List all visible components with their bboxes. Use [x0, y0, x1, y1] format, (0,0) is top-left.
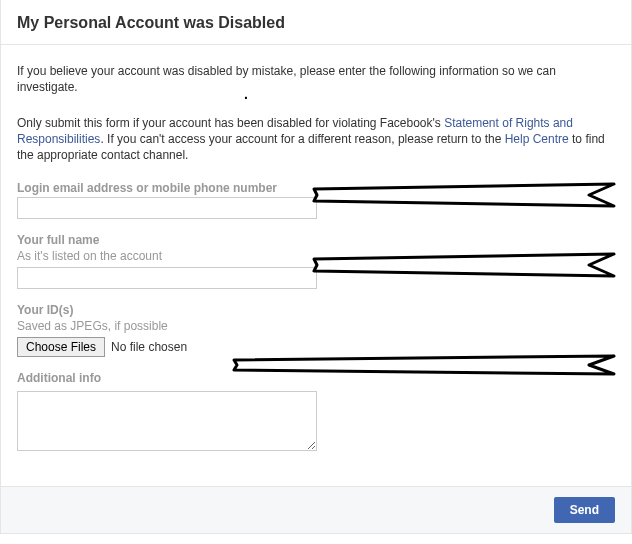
field-ids: Your ID(s) Saved as JPEGs, if possible C…: [17, 303, 615, 357]
ids-label: Your ID(s): [17, 303, 615, 317]
form-footer: Send: [0, 487, 632, 534]
page-title: My Personal Account was Disabled: [17, 14, 615, 32]
note-text: Only submit this form if your account ha…: [17, 115, 615, 163]
login-input[interactable]: [17, 197, 317, 219]
annotation-dot: .: [244, 86, 248, 102]
intro-text: If you believe your account was disabled…: [17, 63, 615, 95]
arrow-annotation-icon: [309, 181, 619, 209]
link-help-centre[interactable]: Help Centre: [505, 132, 569, 146]
note-pre: Only submit this form if your account ha…: [17, 116, 444, 130]
fullname-input[interactable]: [17, 267, 317, 289]
no-file-chosen-text: No file chosen: [111, 340, 187, 354]
form-content: If you believe your account was disabled…: [0, 45, 632, 487]
page-header: My Personal Account was Disabled: [0, 0, 632, 45]
choose-files-button[interactable]: Choose Files: [17, 337, 105, 357]
arrow-annotation-icon: [229, 353, 619, 377]
ids-sublabel: Saved as JPEGs, if possible: [17, 319, 615, 333]
field-additional: Additional info: [17, 371, 615, 454]
fullname-label: Your full name: [17, 233, 615, 247]
additional-textarea[interactable]: [17, 391, 317, 451]
note-mid: . If you can't access your account for a…: [100, 132, 504, 146]
send-button[interactable]: Send: [554, 497, 615, 523]
arrow-annotation-icon: [309, 251, 619, 279]
